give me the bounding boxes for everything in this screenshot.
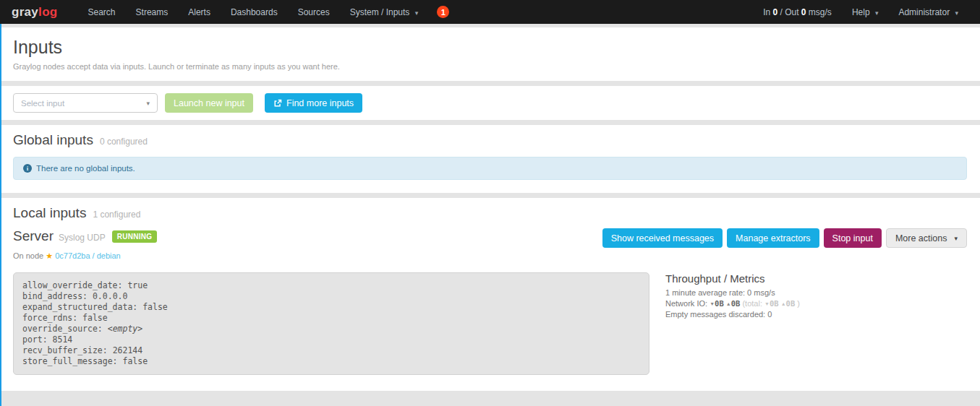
find-more-inputs-label: Find more inputs xyxy=(286,98,354,108)
input-launcher-section: Select input ▾ Launch new input Find mor… xyxy=(0,86,980,120)
network-io-up: 0B xyxy=(731,299,741,308)
global-inputs-section: Global inputs 0 configured i There are n… xyxy=(0,125,980,193)
page-header-section: Inputs Graylog nodes accept data via inp… xyxy=(0,27,980,81)
info-icon: i xyxy=(23,164,32,173)
external-link-icon xyxy=(273,99,282,108)
global-inputs-title: Global inputs xyxy=(13,132,93,148)
input-action-buttons: Show received messages Manage extractors… xyxy=(602,228,967,248)
local-inputs-title: Local inputs xyxy=(13,205,86,221)
network-io-down: 0B xyxy=(715,299,724,308)
caret-down-icon: ▾ xyxy=(415,9,419,17)
input-type-label: Syslog UDP xyxy=(59,233,106,243)
manage-extractors-button[interactable]: Manage extractors xyxy=(727,228,819,248)
node-link[interactable]: 0c77d2ba / debian xyxy=(55,251,121,260)
empty-messages-line: Empty messages discarded: 0 xyxy=(665,310,800,319)
top-navbar: graylog Search Streams Alerts Dashboards… xyxy=(0,0,980,24)
no-global-inputs-message: There are no global inputs. xyxy=(36,164,135,173)
network-io-total-up: 0B xyxy=(786,299,796,308)
download-arrow-icon: ▼ xyxy=(710,301,715,306)
config-line: bind_address: 0.0.0.0 xyxy=(22,291,640,302)
caret-down-icon: ▾ xyxy=(146,100,150,107)
local-inputs-count: 1 configured xyxy=(93,210,140,220)
caret-down-icon: ▾ xyxy=(954,235,958,242)
config-line: expand_structured_data: false xyxy=(22,302,640,313)
window-edge-strip xyxy=(0,24,1,406)
nav-item-system-inputs[interactable]: System / Inputs ▾ xyxy=(340,7,429,17)
caret-down-icon: ▾ xyxy=(955,9,958,17)
input-name: Server xyxy=(13,228,54,244)
launch-new-input-button[interactable]: Launch new input xyxy=(165,93,253,113)
select-input-placeholder: Select input xyxy=(21,99,64,108)
config-line: recv_buffer_size: 262144 xyxy=(22,345,640,356)
average-rate-line: 1 minute average rate: 0 msg/s xyxy=(665,288,800,297)
user-name-label: Administrator xyxy=(898,7,950,17)
input-configuration: allow_override_date: truebind_address: 0… xyxy=(13,272,649,375)
logo-text-gray: gray xyxy=(12,5,38,19)
config-line: allow_override_date: true xyxy=(22,280,640,291)
nav-item-help-label: Help xyxy=(852,7,870,17)
on-node-label: On node xyxy=(13,251,46,260)
graylog-logo[interactable]: graylog xyxy=(12,5,58,20)
global-inputs-count: 0 configured xyxy=(100,137,148,147)
on-node-row: On node ★ 0c77d2ba / debian xyxy=(13,251,967,261)
master-node-star-icon: ★ xyxy=(46,251,53,260)
more-actions-button[interactable]: More actions ▾ xyxy=(886,228,967,248)
no-global-inputs-alert: i There are no global inputs. xyxy=(13,157,967,180)
notification-badge[interactable]: 1 xyxy=(437,6,449,18)
out-rate-value: 0 xyxy=(801,7,806,17)
download-arrow-icon: ▼ xyxy=(764,301,770,306)
page-title: Inputs xyxy=(13,37,967,58)
config-line: store_full_message: false xyxy=(22,356,640,367)
local-inputs-section: Local inputs 1 configured Server Syslog … xyxy=(0,198,980,391)
version-footer: Graylog 2.2.3+7adc951 on debian (Oracle … xyxy=(0,396,980,406)
nav-item-sources[interactable]: Sources xyxy=(288,7,340,17)
config-line: force_rdns: false xyxy=(22,313,640,324)
nav-item-user-menu[interactable]: Administrator ▾ xyxy=(888,7,968,17)
throughput-indicator[interactable]: In 0 / Out 0 msg/s xyxy=(753,7,842,17)
nav-item-streams[interactable]: Streams xyxy=(126,7,179,17)
more-actions-label: More actions xyxy=(895,233,947,243)
nav-item-dashboards[interactable]: Dashboards xyxy=(221,7,288,17)
network-io-total-down: 0B xyxy=(770,299,779,308)
select-input-dropdown[interactable]: Select input ▾ xyxy=(13,93,158,113)
stop-input-button[interactable]: Stop input xyxy=(824,228,882,248)
caret-down-icon: ▾ xyxy=(875,9,879,17)
logo-text-log: log xyxy=(38,5,57,19)
throughput-metrics-title: Throughput / Metrics xyxy=(665,272,800,285)
show-received-messages-button[interactable]: Show received messages xyxy=(602,228,723,248)
network-io-total: (total: ▼0B ▲0B ) xyxy=(742,299,800,308)
config-line: override_source: <empty> xyxy=(22,324,640,334)
config-line: port: 8514 xyxy=(22,334,640,345)
running-status-badge: RUNNING xyxy=(112,230,158,243)
find-more-inputs-button[interactable]: Find more inputs xyxy=(265,93,362,113)
nav-item-system-inputs-label: System / Inputs xyxy=(350,7,410,17)
page-subtitle: Graylog nodes accept data via inputs. La… xyxy=(13,62,967,71)
nav-item-search[interactable]: Search xyxy=(78,7,126,17)
nav-item-alerts[interactable]: Alerts xyxy=(178,7,221,17)
upload-arrow-icon: ▲ xyxy=(726,301,731,306)
upload-arrow-icon: ▲ xyxy=(781,301,786,306)
input-row-header: Server Syslog UDP RUNNING Show received … xyxy=(13,228,967,248)
network-io-line: Network IO: ▼0B ▲0B (total: ▼0B ▲0B ) xyxy=(665,299,800,308)
throughput-metrics: Throughput / Metrics 1 minute average ra… xyxy=(665,272,800,319)
nav-item-help[interactable]: Help ▾ xyxy=(842,7,889,17)
